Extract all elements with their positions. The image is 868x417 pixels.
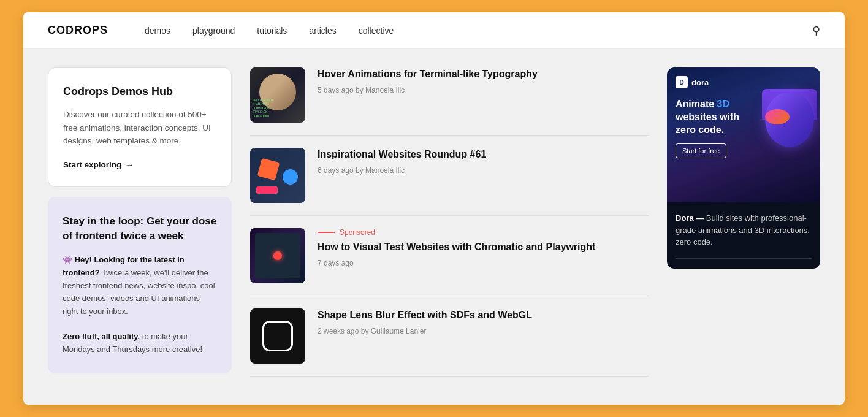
nav-articles[interactable]: articles (309, 26, 336, 36)
article-title[interactable]: Hover Animations for Terminal-like Typog… (318, 67, 649, 81)
main-nav: demos playground tutorials articles coll… (145, 26, 812, 36)
article-meta: 2 weeks ago by Guillaume Lanier (318, 327, 649, 335)
newsletter-body: 👾 Hey! Looking for the latest in fronten… (63, 254, 217, 356)
start-exploring-link[interactable]: Start exploring → (63, 160, 216, 169)
ad-headline-blue: 3D (717, 99, 729, 109)
sponsored-badge: Sponsored (318, 228, 649, 237)
article-title[interactable]: Shape Lens Blur Effect with SDFs and Web… (318, 308, 649, 322)
newsletter-card: Stay in the loop: Get your dose of front… (48, 197, 232, 373)
main-content: Codrops Demos Hub Discover our curated c… (23, 49, 845, 395)
demos-hub-title: Codrops Demos Hub (63, 85, 216, 98)
ad-logo: D dora (676, 76, 709, 88)
advertisement-card[interactable]: D dora Animate 3D websites withzero code… (667, 67, 820, 269)
box-shape (262, 321, 293, 351)
ad-divider (676, 258, 812, 259)
arrow-icon: → (125, 160, 134, 169)
nav-tutorials[interactable]: tutorials (257, 26, 287, 36)
article-title[interactable]: Inspirational Websites Roundup #61 (318, 148, 649, 161)
article-thumbnail (250, 228, 305, 283)
article-meta: 7 days ago (318, 259, 649, 267)
sponsored-label: Sponsored (340, 228, 375, 237)
nav-playground[interactable]: playground (192, 26, 235, 36)
dot-icon (273, 251, 282, 260)
screen-mockup (255, 233, 300, 278)
ad-logo-icon: D (676, 76, 688, 88)
article-info: Hover Animations for Terminal-like Typog… (318, 67, 649, 94)
article-thumbnail: HELLO WORLD> ANIMATE_LOOP=TRUESTYLE=ONCO… (250, 67, 305, 123)
articles-list: HELLO WORLD> ANIMATE_LOOP=TRUESTYLE=ONCO… (250, 67, 649, 377)
ad-robot-decoration (740, 86, 820, 184)
robot-visor (765, 109, 790, 124)
decorative-shape (256, 186, 278, 194)
sponsored-line-decoration (318, 232, 335, 233)
nav-demos[interactable]: demos (145, 26, 170, 36)
site-logo[interactable]: CODROPS (48, 24, 108, 37)
decorative-shape (257, 158, 280, 181)
demos-hub-card: Codrops Demos Hub Discover our curated c… (48, 67, 232, 187)
terminal-text: HELLO WORLD> ANIMATE_LOOP=TRUESTYLE=ONCO… (253, 98, 303, 118)
article-item: Shape Lens Blur Effect with SDFs and Web… (250, 296, 649, 377)
article-meta: 6 days ago by Manoela Ilic (318, 166, 649, 175)
robot-head (765, 92, 814, 147)
article-thumbnail (250, 308, 305, 364)
newsletter-footer-bold: Zero fluff, all quality, (63, 332, 140, 341)
demos-hub-description: Discover our curated collection of 500+ … (63, 108, 216, 148)
nav-collective[interactable]: collective (359, 26, 394, 36)
start-exploring-label: Start exploring (63, 160, 121, 169)
ad-footer: Dora — Build sites with professional-gra… (667, 202, 820, 269)
ad-headline-part1: Animate (676, 99, 717, 109)
article-item: Inspirational Websites Roundup #61 6 day… (250, 136, 649, 216)
header: CODROPS demos playground tutorials artic… (23, 12, 845, 49)
article-item: Sponsored How to Visual Test Websites wi… (250, 216, 649, 296)
article-thumbnail (250, 148, 305, 203)
newsletter-title: Stay in the loop: Get your dose of front… (63, 214, 217, 243)
article-item: HELLO WORLD> ANIMATE_LOOP=TRUESTYLE=ONCO… (250, 67, 649, 136)
newsletter-emoji: 👾 (63, 255, 75, 264)
article-info: Sponsored How to Visual Test Websites wi… (318, 228, 649, 267)
main-window: CODROPS demos playground tutorials artic… (23, 12, 845, 405)
ad-footer-text: Dora — Build sites with professional-gra… (676, 212, 812, 248)
search-icon[interactable]: ⚲ (812, 24, 820, 37)
article-info: Inspirational Websites Roundup #61 6 day… (318, 148, 649, 175)
right-column: D dora Animate 3D websites withzero code… (667, 67, 820, 377)
article-meta: 5 days ago by Manoela Ilic (318, 86, 649, 94)
article-info: Shape Lens Blur Effect with SDFs and Web… (318, 308, 649, 335)
article-title[interactable]: How to Visual Test Websites with Chromat… (318, 240, 649, 254)
left-column: Codrops Demos Hub Discover our curated c… (48, 67, 232, 377)
decorative-shape (283, 169, 298, 185)
ad-cta-button[interactable]: Start for free (676, 143, 726, 158)
ad-image: D dora Animate 3D websites withzero code… (667, 67, 820, 202)
ad-logo-text: dora (691, 78, 709, 87)
